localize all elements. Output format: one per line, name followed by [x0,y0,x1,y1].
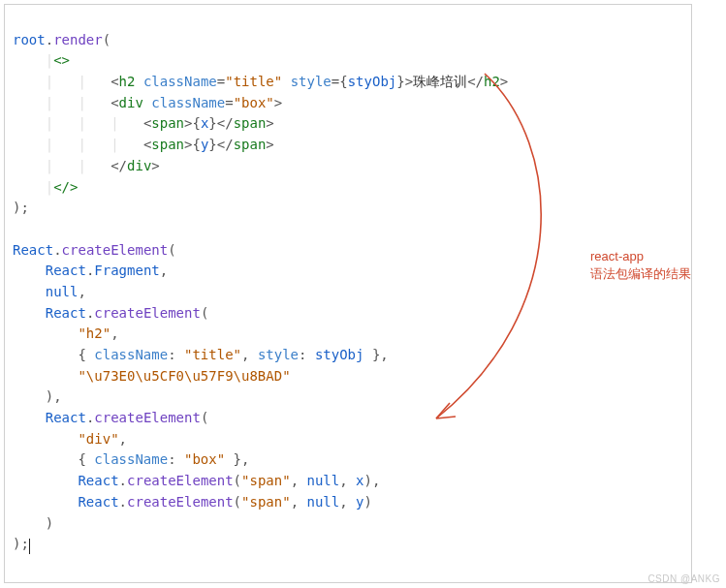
literal-null: null [46,284,79,299]
jsx-text: 珠峰培训 [413,74,467,89]
fn-createElement: createElement [94,410,201,425]
semicolon: ; [20,536,28,551]
attr-value-box: "box" [234,95,274,110]
attr-className: className [151,95,225,110]
ident-Fragment: Fragment [94,263,159,278]
ident-React: React [13,242,53,258]
watermark: CSDN @ANKG [647,572,720,587]
string-div: "div" [78,431,118,447]
tag-div-close: div [127,158,151,173]
angle-open: < [110,74,118,89]
fn-createElement: createElement [94,305,201,321]
ident-React: React [46,305,86,321]
attr-style: style [291,74,331,89]
ident-x: x [356,473,363,488]
text-cursor [29,539,30,554]
literal-null: null [306,473,339,488]
fn-render: render [53,32,103,47]
tag-span: span [151,115,184,131]
prop-className: className [94,347,168,362]
tag-h2: h2 [119,74,136,89]
string-h2: "h2" [78,325,110,341]
tag-span: span [151,137,184,152]
ident-React: React [78,494,118,510]
string-box: "box" [184,451,225,467]
ident-React: React [78,473,118,488]
annotation-line1: react-app [590,248,691,265]
ident-styObj: styObj [315,347,364,362]
tag-div: div [119,95,143,110]
fn-createElement: createElement [127,494,234,510]
string-span: "span" [241,494,291,510]
paren-open: ( [103,32,110,47]
ident-y: y [356,494,363,510]
ident-React: React [46,263,86,278]
jsx-fragment-open: <> [53,52,70,68]
attr-value-title: "title" [225,74,282,89]
literal-null: null [306,494,339,510]
string-title: "title" [184,347,241,362]
ident-root: root [13,32,46,47]
fn-createElement: createElement [127,473,234,488]
string-span: "span" [241,473,291,488]
ident-React: React [46,410,86,425]
jsx-fragment-close: </> [53,179,78,195]
annotation-line2: 语法包编译的结果 [590,265,691,283]
semicolon: ; [20,200,28,215]
annotation-label: react-app 语法包编译的结果 [590,248,691,283]
code-editor-panel: root.render( |<> | | <h2 className="titl… [4,4,692,583]
attr-className: className [143,74,217,89]
string-unicode-escape: "\u73E0\u5CF0\u57F9\u8BAD" [78,368,290,384]
prop-style: style [258,347,299,362]
fn-createElement: createElement [62,242,169,258]
ident-styObj: styObj [348,74,397,89]
dot: . [46,32,53,47]
prop-className: className [94,451,168,467]
